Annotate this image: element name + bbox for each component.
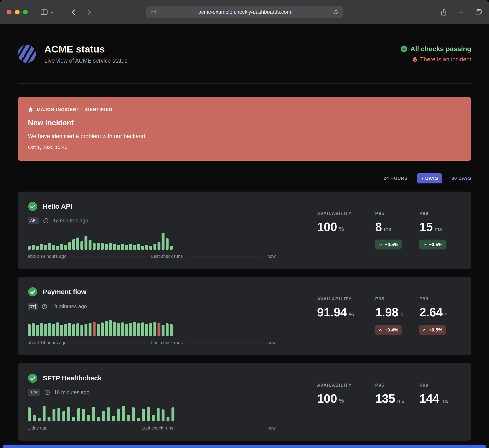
check-run-bar[interactable] xyxy=(125,324,128,336)
check-run-bar[interactable] xyxy=(72,239,75,250)
check-run-bar[interactable] xyxy=(162,409,164,421)
check-run-bar[interactable] xyxy=(81,241,83,250)
check-run-bar[interactable] xyxy=(76,237,79,250)
check-run-bar[interactable] xyxy=(44,324,47,336)
check-run-bar[interactable] xyxy=(32,245,35,250)
check-run-bar[interactable] xyxy=(117,408,120,421)
check-card-payment-flow[interactable]: Payment flow 19 xyxy=(18,277,471,355)
check-run-bar[interactable] xyxy=(167,417,170,421)
check-run-bar[interactable] xyxy=(76,323,79,336)
check-run-bar[interactable] xyxy=(28,324,31,336)
check-run-bar[interactable] xyxy=(105,244,108,250)
reload-icon[interactable] xyxy=(333,9,339,15)
check-run-bar[interactable] xyxy=(113,244,116,250)
check-run-bar[interactable] xyxy=(166,238,169,250)
check-run-bar[interactable] xyxy=(142,408,145,421)
check-run-bar[interactable] xyxy=(84,324,87,336)
check-card-sftp-healthcheck[interactable]: SFTP Healthcheck TCP 16 minutes ago 1 da… xyxy=(18,363,471,440)
tab-7-days[interactable]: 7 DAYS xyxy=(417,173,442,183)
check-run-bar[interactable] xyxy=(145,245,148,250)
check-run-bar[interactable] xyxy=(64,324,67,336)
check-run-bar[interactable] xyxy=(93,322,96,336)
check-run-bar[interactable] xyxy=(112,416,115,421)
check-run-bar[interactable] xyxy=(129,244,132,250)
check-run-bar[interactable] xyxy=(162,233,164,250)
check-run-bar[interactable] xyxy=(152,415,155,421)
check-run-bar[interactable] xyxy=(101,323,104,336)
check-run-bar[interactable] xyxy=(36,325,39,336)
check-run-bar[interactable] xyxy=(72,417,75,421)
check-run-bar[interactable] xyxy=(102,411,105,421)
check-run-bar[interactable] xyxy=(149,246,152,250)
status-incident-link[interactable]: There is an incident xyxy=(412,56,471,63)
check-run-bar[interactable] xyxy=(117,323,120,336)
minimize-window-button[interactable] xyxy=(15,10,20,14)
close-window-button[interactable] xyxy=(7,10,11,14)
check-run-bar[interactable] xyxy=(171,407,174,421)
check-run-bar[interactable] xyxy=(105,321,108,336)
check-run-bar[interactable] xyxy=(56,323,59,336)
check-run-bar[interactable] xyxy=(125,245,128,250)
check-run-bar[interactable] xyxy=(137,323,140,336)
check-run-bar[interactable] xyxy=(60,325,63,336)
check-run-bar[interactable] xyxy=(89,323,91,336)
check-run-bar[interactable] xyxy=(137,418,140,421)
check-run-bar[interactable] xyxy=(166,323,169,336)
check-run-bar[interactable] xyxy=(132,407,135,421)
check-run-bar[interactable] xyxy=(157,323,160,336)
check-run-bar[interactable] xyxy=(117,245,120,250)
incident-banner[interactable]: MAJOR INCIDENT - IDENTIFIED New incident… xyxy=(18,97,471,161)
check-run-bar[interactable] xyxy=(137,244,140,250)
page-icon[interactable] xyxy=(150,9,157,15)
check-run-bar[interactable] xyxy=(72,324,75,336)
check-card-hello-api[interactable]: Hello API API 12 minutes ago about 14 ho… xyxy=(18,192,471,269)
check-run-bar[interactable] xyxy=(40,323,43,336)
check-run-bar[interactable] xyxy=(129,323,132,336)
check-run-bar[interactable] xyxy=(64,245,67,250)
check-run-bar[interactable] xyxy=(82,409,85,421)
check-run-bar[interactable] xyxy=(97,243,100,250)
check-run-bar[interactable] xyxy=(97,324,100,336)
check-run-bar[interactable] xyxy=(48,323,51,336)
check-run-bar[interactable] xyxy=(52,324,55,336)
check-run-bar[interactable] xyxy=(38,418,41,421)
check-run-bar[interactable] xyxy=(170,324,173,336)
chevron-down-icon[interactable] xyxy=(50,10,54,14)
check-run-bar[interactable] xyxy=(121,244,124,250)
check-run-bar[interactable] xyxy=(141,323,144,336)
address-bar[interactable]: acme-example.checkly-dashboards.com xyxy=(146,6,343,18)
check-run-bar[interactable] xyxy=(149,323,152,336)
check-run-bar[interactable] xyxy=(133,322,136,336)
check-run-bar[interactable] xyxy=(157,242,160,250)
check-run-bar[interactable] xyxy=(162,325,164,336)
check-run-bar[interactable] xyxy=(92,407,95,421)
new-tab-button[interactable] xyxy=(458,9,464,15)
zoom-window-button[interactable] xyxy=(23,10,28,14)
check-run-bar[interactable] xyxy=(107,407,110,421)
check-run-bar[interactable] xyxy=(48,417,50,421)
check-run-bar[interactable] xyxy=(170,246,173,250)
check-run-bar[interactable] xyxy=(109,320,112,336)
check-run-bar[interactable] xyxy=(87,415,90,421)
check-run-bar[interactable] xyxy=(68,242,71,250)
check-run-bar[interactable] xyxy=(40,244,43,250)
check-run-bar[interactable] xyxy=(121,323,124,336)
check-run-bar[interactable] xyxy=(89,240,91,250)
tabs-overview-button[interactable] xyxy=(475,8,482,16)
check-run-bar[interactable] xyxy=(157,408,160,421)
forward-button[interactable] xyxy=(86,9,92,16)
check-run-bar[interactable] xyxy=(77,408,80,421)
check-run-bar[interactable] xyxy=(67,407,70,421)
check-run-bar[interactable] xyxy=(133,245,136,250)
check-run-bar[interactable] xyxy=(141,246,144,250)
check-run-bar[interactable] xyxy=(145,324,148,336)
check-run-bar[interactable] xyxy=(127,415,130,421)
check-run-bar[interactable] xyxy=(44,245,47,250)
check-run-bar[interactable] xyxy=(122,406,125,421)
check-run-bar[interactable] xyxy=(109,243,112,250)
check-run-bar[interactable] xyxy=(28,246,31,250)
check-run-bar[interactable] xyxy=(57,408,60,421)
check-run-bar[interactable] xyxy=(36,246,39,250)
check-run-bar[interactable] xyxy=(84,236,87,250)
check-run-bar[interactable] xyxy=(60,244,63,250)
